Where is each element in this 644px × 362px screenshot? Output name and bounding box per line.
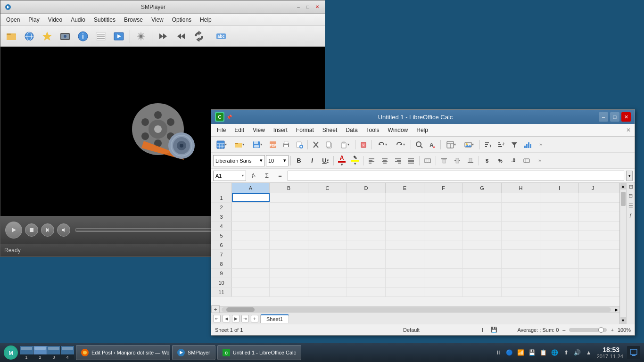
properties-sidebar-icon[interactable]: ⊟ xyxy=(628,193,633,199)
calc-close-button[interactable]: ✕ xyxy=(621,112,631,122)
smplayer-menu-audio[interactable]: Audio xyxy=(67,16,89,24)
sum-button[interactable]: Σ xyxy=(261,170,272,181)
cell-c7[interactable] xyxy=(308,250,347,259)
delete-contents-button[interactable]: × xyxy=(357,139,370,151)
cell-b8[interactable] xyxy=(270,259,308,268)
zoom-slider[interactable] xyxy=(569,328,607,332)
cell-j7[interactable] xyxy=(579,250,607,259)
col-header-b[interactable]: B xyxy=(270,183,308,193)
cell-g4[interactable] xyxy=(463,222,502,230)
smplayer-menu-play[interactable]: Play xyxy=(25,16,43,24)
align-right-button[interactable] xyxy=(392,155,404,167)
web-button[interactable] xyxy=(21,28,37,44)
cell-g2[interactable] xyxy=(463,203,502,212)
subtitle-button[interactable]: abc xyxy=(213,28,229,44)
print-button[interactable] xyxy=(280,139,292,151)
smplayer-maximize-button[interactable] xyxy=(304,3,312,11)
cell-c3[interactable] xyxy=(308,212,347,221)
cell-j4[interactable] xyxy=(579,222,607,230)
scroll-thumb-v[interactable] xyxy=(621,192,626,206)
systray-up-icon[interactable]: ⬆ xyxy=(562,348,570,357)
cell-d8[interactable] xyxy=(347,259,386,268)
cell-f4[interactable] xyxy=(424,222,463,230)
cell-i1[interactable] xyxy=(540,193,579,202)
cell-j5[interactable] xyxy=(579,231,607,240)
media-library-button[interactable] xyxy=(111,28,127,44)
cell-a10[interactable] xyxy=(232,278,270,287)
cell-reference-box[interactable]: A1 ▾ xyxy=(213,171,246,181)
scroll-down-button[interactable]: ▼ xyxy=(620,317,626,324)
calc-menu-data[interactable]: Data xyxy=(342,126,361,134)
cell-h8[interactable] xyxy=(502,259,540,268)
start-button[interactable]: M xyxy=(4,346,18,360)
number-format-button[interactable] xyxy=(520,155,533,167)
cell-j8[interactable] xyxy=(579,259,607,268)
cell-e10[interactable] xyxy=(386,278,424,287)
cell-h1[interactable] xyxy=(502,193,540,202)
underline-button[interactable]: U ▾ xyxy=(319,155,331,167)
gallery-sidebar-icon[interactable]: ☰ xyxy=(628,203,633,209)
cell-j11[interactable] xyxy=(579,288,607,296)
horizontal-scrollbar[interactable]: + ▶ xyxy=(211,306,619,313)
cell-c1[interactable] xyxy=(308,193,347,202)
align-left-button[interactable] xyxy=(365,155,378,167)
cell-b5[interactable] xyxy=(270,231,308,240)
calc-menu-close[interactable]: ✕ xyxy=(622,127,635,133)
playlist-button[interactable] xyxy=(93,28,109,44)
cell-f5[interactable] xyxy=(424,231,463,240)
insert-image-button[interactable]: ▾ xyxy=(461,139,478,151)
col-header-e[interactable]: E xyxy=(386,183,424,193)
cell-a9[interactable] xyxy=(232,269,270,278)
merge-cells-button[interactable] xyxy=(421,155,434,167)
cell-h9[interactable] xyxy=(502,269,540,278)
cell-a3[interactable] xyxy=(232,212,270,221)
col-header-c[interactable]: C xyxy=(308,183,347,193)
currency-button[interactable]: $ xyxy=(481,155,493,167)
smplayer-menu-video[interactable]: Video xyxy=(44,16,66,24)
volume-button[interactable] xyxy=(57,223,70,237)
calc-menu-format[interactable]: Format xyxy=(292,126,318,134)
cell-j2[interactable] xyxy=(579,203,607,212)
text-top-button[interactable] xyxy=(438,155,450,167)
insert-chart-button[interactable] xyxy=(521,139,534,151)
cell-e5[interactable] xyxy=(386,231,424,240)
find-replace-button[interactable] xyxy=(413,139,425,151)
cell-h3[interactable] xyxy=(502,212,540,221)
text-bottom-button[interactable] xyxy=(464,155,477,167)
calc-menu-window[interactable]: Window xyxy=(384,126,412,134)
smplayer-menu-browse[interactable]: Browse xyxy=(120,16,147,24)
cell-j9[interactable] xyxy=(579,269,607,278)
cell-b10[interactable] xyxy=(270,278,308,287)
cell-f9[interactable] xyxy=(424,269,463,278)
smplayer-menu-subtitles[interactable]: Subtitles xyxy=(90,16,119,24)
cell-a5[interactable] xyxy=(232,231,270,240)
calc-menu-file[interactable]: File xyxy=(213,126,230,134)
cell-b7[interactable] xyxy=(270,250,308,259)
cell-i5[interactable] xyxy=(540,231,579,240)
cell-c6[interactable] xyxy=(308,240,347,249)
print-preview-button[interactable] xyxy=(293,139,305,151)
sort-desc-button[interactable] xyxy=(495,139,507,151)
loop-button[interactable] xyxy=(191,28,207,44)
cell-b9[interactable] xyxy=(270,269,308,278)
cell-i8[interactable] xyxy=(540,259,579,268)
sheet-nav-next[interactable]: ▶ xyxy=(232,315,239,322)
smplayer-close-button[interactable] xyxy=(314,3,321,11)
col-header-f[interactable]: F xyxy=(424,183,463,193)
cell-b4[interactable] xyxy=(270,222,308,230)
scroll-up-button[interactable]: ▲ xyxy=(620,183,626,189)
cell-e3[interactable] xyxy=(386,212,424,221)
cell-f1[interactable] xyxy=(424,193,463,202)
text-middle-button[interactable] xyxy=(451,155,463,167)
cell-c8[interactable] xyxy=(308,259,347,268)
font-color-button[interactable]: A ▾ xyxy=(336,155,348,167)
systray-storage-icon[interactable]: 💾 xyxy=(528,348,537,357)
toolbar1-more-button[interactable]: » xyxy=(535,139,547,151)
cell-i7[interactable] xyxy=(540,250,579,259)
cell-a4[interactable] xyxy=(232,222,270,230)
italic-button[interactable]: I xyxy=(306,155,318,167)
cell-j6[interactable] xyxy=(579,240,607,249)
cell-e1[interactable] xyxy=(386,193,424,202)
taskbar-app-firefox[interactable]: Edit Post ‹ Manjaro dot site — WordPre… xyxy=(76,345,170,360)
cell-i4[interactable] xyxy=(540,222,579,230)
